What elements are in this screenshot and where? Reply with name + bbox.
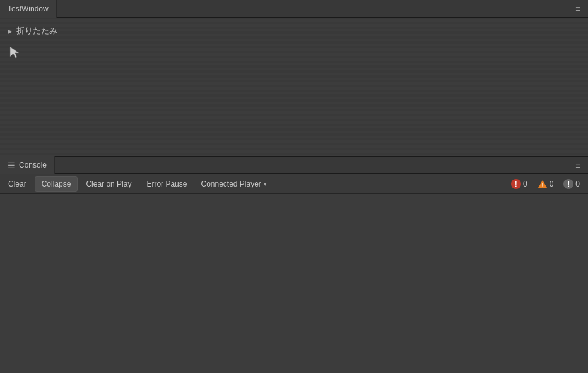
test-window-tab-bar: TestWindow ≡ bbox=[0, 0, 588, 18]
warning-count-button[interactable]: ! 0 bbox=[533, 176, 558, 192]
collapse-button[interactable]: Collapse bbox=[35, 176, 78, 192]
cursor-icon bbox=[9, 45, 21, 64]
fold-row[interactable]: ▶ 折りたたみ bbox=[6, 25, 582, 37]
fold-label: 折りたたみ bbox=[16, 25, 57, 37]
console-panel: ☰ Console ≡ Clear Collapse Clear on Play… bbox=[0, 156, 588, 373]
info-count: 0 bbox=[575, 180, 580, 188]
console-tab-bar: ☰ Console ≡ bbox=[0, 156, 588, 174]
clear-on-play-button[interactable]: Clear on Play bbox=[79, 176, 138, 192]
console-menu-icon: ≡ bbox=[575, 161, 580, 171]
error-pause-button[interactable]: Error Pause bbox=[139, 176, 194, 192]
log-counts: ! 0 ! 0 ! 0 bbox=[507, 176, 584, 192]
test-window-tab[interactable]: TestWindow bbox=[0, 0, 57, 18]
error-count: 0 bbox=[523, 180, 527, 188]
info-icon: ! bbox=[563, 179, 573, 189]
warning-icon: ! bbox=[538, 179, 548, 189]
console-content-area bbox=[0, 194, 588, 372]
warning-count: 0 bbox=[550, 180, 554, 188]
clear-button[interactable]: Clear bbox=[1, 176, 33, 192]
fold-arrow-icon: ▶ bbox=[6, 27, 14, 35]
connected-player-button[interactable]: Connected Player ▾ bbox=[195, 176, 272, 192]
error-icon: ! bbox=[511, 179, 521, 189]
test-window-content: ▶ 折りたたみ bbox=[0, 18, 588, 42]
console-tab[interactable]: ☰ Console bbox=[0, 156, 55, 174]
svg-text:!: ! bbox=[541, 182, 543, 188]
console-menu-button[interactable]: ≡ bbox=[572, 159, 584, 172]
console-toolbar: Clear Collapse Clear on Play Error Pause… bbox=[0, 174, 588, 194]
console-tab-icon: ☰ bbox=[8, 161, 15, 170]
test-window-panel: TestWindow ≡ ▶ 折りたたみ bbox=[0, 0, 588, 156]
connected-player-label: Connected Player bbox=[201, 180, 261, 188]
console-tab-label: Console bbox=[19, 161, 47, 169]
error-count-button[interactable]: ! 0 bbox=[507, 176, 532, 192]
test-window-menu-button[interactable]: ≡ bbox=[572, 3, 584, 15]
test-window-menu-icon: ≡ bbox=[575, 4, 580, 14]
info-count-button[interactable]: ! 0 bbox=[559, 176, 584, 192]
connected-player-dropdown-icon: ▾ bbox=[264, 181, 267, 187]
test-window-tab-label: TestWindow bbox=[8, 4, 49, 13]
